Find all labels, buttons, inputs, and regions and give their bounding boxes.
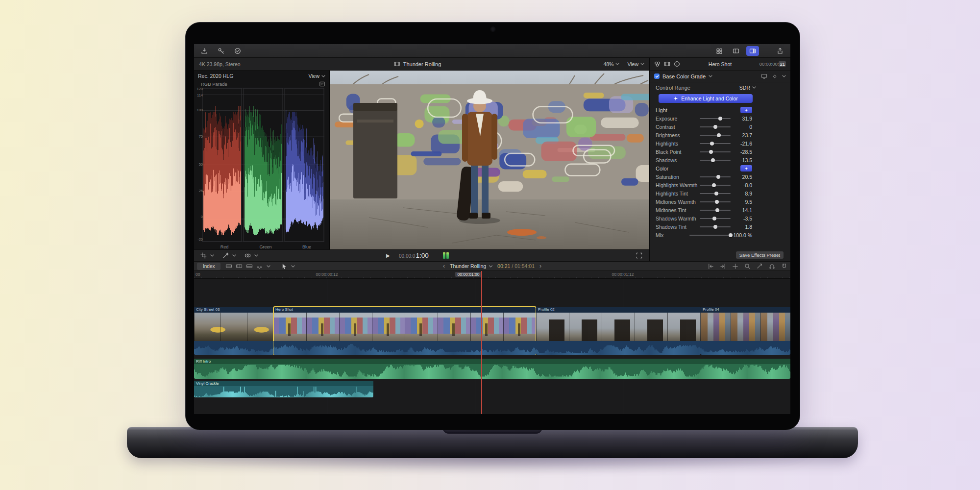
clip-appearance-3-icon[interactable]	[246, 263, 253, 270]
shadows-slider[interactable]	[700, 158, 731, 163]
exposure-slider[interactable]	[700, 116, 731, 121]
inspector-header: Hero Shot 00:00:00:21	[650, 58, 790, 71]
index-button[interactable]: Index	[197, 263, 220, 270]
info-inspector-icon[interactable]	[674, 61, 680, 67]
midtones-tint-value[interactable]: 14.1	[731, 207, 752, 213]
chevron-down-icon[interactable]	[267, 265, 270, 268]
midtones-warmth-value[interactable]: 9.5	[731, 199, 752, 205]
skimming-icon[interactable]	[757, 263, 763, 270]
black-point-slider[interactable]	[700, 149, 731, 154]
ruler-label: 00	[196, 272, 200, 277]
share-button[interactable]	[774, 46, 786, 56]
timeline-tracks[interactable]: City Street 03 Hero Shot Profile 02 Prof…	[194, 279, 790, 414]
clip-thumbnails	[273, 313, 536, 341]
viewer-view-dropdown[interactable]: View	[627, 61, 644, 67]
color-inspector-icon[interactable]	[654, 61, 661, 67]
shadows-warmth-slider[interactable]	[700, 216, 731, 221]
video-inspector-icon[interactable]	[664, 61, 670, 67]
play-button[interactable]: ▶	[386, 253, 390, 258]
scope-settings-button[interactable]	[319, 81, 325, 87]
zoom-tool-icon[interactable]	[744, 263, 751, 270]
color-auto-toggle[interactable]	[740, 165, 752, 172]
mix-value[interactable]: 100.0 %	[731, 232, 752, 238]
timeline-ruler[interactable]: 00 00:00:00:12 00:00:01:00 00:00:01:12	[194, 271, 790, 279]
highlights-slider[interactable]	[700, 141, 731, 146]
preset-monitor-icon[interactable]	[761, 73, 767, 79]
clip-appearance-1-icon[interactable]	[225, 263, 232, 270]
ruler-label: 00:00:01:12	[612, 272, 634, 277]
highlights-tint-value[interactable]: 8.9	[731, 191, 752, 196]
clip-appearance-wave-icon[interactable]	[256, 263, 263, 270]
scope-channel-label: Green	[259, 245, 271, 249]
light-auto-toggle[interactable]	[740, 107, 752, 113]
black-point-row: Black Point -28.5	[650, 147, 790, 156]
audio-clip-vinyl-crackle[interactable]: Vinyl Crackle	[194, 381, 373, 397]
enhancements-button[interactable]	[220, 251, 231, 261]
viewer[interactable]	[330, 71, 649, 249]
brightness-value[interactable]: 23.7	[731, 132, 752, 138]
clip-profile-04[interactable]: Profile 04	[701, 307, 790, 355]
save-effects-preset-button[interactable]: Save Effects Preset	[736, 251, 784, 259]
trim-end-icon[interactable]	[720, 263, 726, 270]
saturation-value[interactable]: 20.5	[731, 174, 752, 180]
brightness-slider[interactable]	[700, 133, 731, 138]
shadows-value[interactable]: -13.5	[731, 157, 752, 163]
background-tasks-button[interactable]	[231, 46, 244, 56]
audio-meters[interactable]	[443, 252, 449, 259]
clip-audio-waveform	[273, 341, 536, 355]
chevron-down-icon	[640, 63, 644, 65]
chevron-down-icon[interactable]	[782, 75, 786, 77]
inspector-toggle-button[interactable]	[746, 46, 759, 56]
highlights-warmth-value[interactable]: -8.0	[731, 182, 752, 188]
control-range-dropdown[interactable]: SDR	[739, 85, 756, 91]
playhead[interactable]	[481, 271, 482, 414]
trim-start-icon[interactable]	[708, 263, 714, 270]
highlights-warmth-slider[interactable]	[700, 183, 731, 188]
contrast-row: Contrast 0	[650, 122, 790, 131]
position-tool-icon[interactable]	[732, 263, 738, 270]
midtones-tint-slider[interactable]	[700, 208, 731, 213]
mix-slider[interactable]	[689, 233, 731, 238]
video-frame	[330, 71, 649, 249]
clip-city-street-03[interactable]: City Street 03	[194, 307, 273, 355]
clip-profile-02[interactable]: Profile 02	[536, 307, 701, 355]
chevron-down-icon[interactable]	[291, 265, 295, 268]
next-project-button[interactable]: ›	[539, 263, 541, 270]
keywords-button[interactable]	[215, 46, 227, 56]
crop-tool-button[interactable]	[198, 251, 209, 261]
contrast-slider[interactable]	[700, 124, 731, 129]
control-range-label: Control Range	[656, 85, 690, 91]
audio-clip-riff-intro[interactable]: Riff Intro	[194, 359, 790, 379]
shadows-tint-value[interactable]: 1.8	[731, 224, 752, 230]
chevron-down-icon[interactable]	[709, 75, 712, 77]
contrast-value[interactable]: 0	[731, 124, 752, 130]
timeline-layout-button[interactable]	[730, 46, 742, 56]
highlights-value[interactable]: -21.6	[731, 141, 752, 147]
highlights-tint-slider[interactable]	[700, 191, 731, 196]
view-overlays-button[interactable]	[242, 251, 253, 261]
fullscreen-button[interactable]	[636, 252, 642, 259]
clip-appearance-2-icon[interactable]	[236, 263, 243, 270]
clip-hero-shot[interactable]: Hero Shot	[273, 307, 536, 355]
enhance-light-color-button[interactable]: Enhance Light and Color	[659, 94, 753, 103]
shadows-warmth-value[interactable]: -3.5	[731, 216, 752, 221]
keyframe-icon[interactable]	[772, 74, 778, 79]
shadows-tint-slider[interactable]	[700, 224, 731, 229]
import-media-button[interactable]	[198, 46, 211, 56]
timeline-project-dropdown[interactable]: Thunder Rolling	[450, 263, 492, 269]
clip-thumbnails	[701, 313, 790, 341]
saturation-slider[interactable]	[700, 174, 731, 179]
exposure-value[interactable]: 31.9	[731, 116, 752, 122]
black-point-value[interactable]: -28.5	[731, 149, 752, 155]
scope-view-dropdown[interactable]: View	[308, 73, 325, 79]
chevron-down-icon	[321, 75, 325, 77]
arrow-tool-icon[interactable]	[281, 263, 288, 270]
viewer-zoom-dropdown[interactable]: 48%	[603, 61, 619, 67]
midtones-warmth-slider[interactable]	[700, 199, 731, 204]
snapping-magnet-icon[interactable]	[781, 263, 787, 270]
scope-channel-label: Blue	[302, 245, 311, 249]
previous-project-button[interactable]: ‹	[443, 263, 445, 270]
browser-layout-button[interactable]	[713, 46, 726, 56]
audio-solo-icon[interactable]	[769, 263, 775, 270]
effect-enable-checkbox[interactable]	[654, 74, 660, 79]
